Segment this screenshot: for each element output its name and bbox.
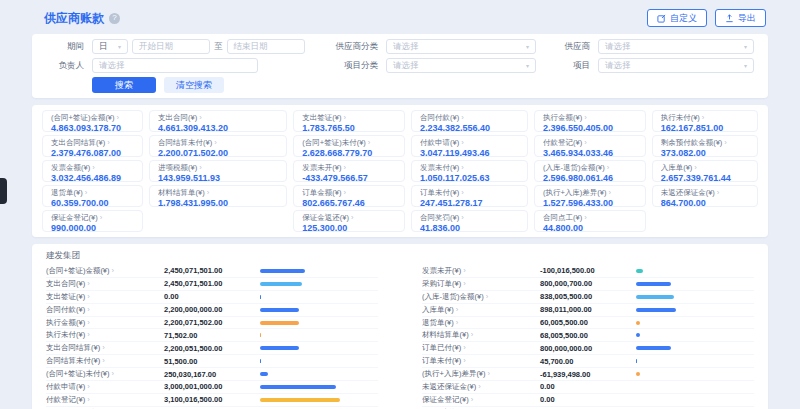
chevron-right-icon: › <box>199 113 202 122</box>
chevron-right-icon: › <box>471 330 474 339</box>
stat-label: 执行未付(¥)› <box>661 113 749 122</box>
stat-card[interactable]: 执行金额(¥)›2,396,550,405.00 <box>534 110 646 132</box>
metric-row[interactable]: 发票未开(¥)›-100,016,500.00 <box>422 265 754 278</box>
chevron-right-icon: › <box>461 213 464 222</box>
supplier-select[interactable]: 请选择 ▾ <box>598 39 754 54</box>
caret-down-icon: ▾ <box>744 62 747 69</box>
owner-input[interactable]: 请选择 <box>92 58 258 73</box>
stats-panel: (合同+签证)金额(¥)›4,863,093,178.70支出合同(¥)›4,6… <box>32 105 768 237</box>
start-date-input[interactable]: 开始日期 <box>132 39 210 54</box>
stat-card[interactable]: (合同+签证)未付(¥)›2,628,668,779.70 <box>293 135 405 157</box>
stat-value: 44,800.00 <box>543 223 637 232</box>
drawer-toggle[interactable] <box>0 178 7 204</box>
metric-row[interactable]: (入库-退货)金额(¥)›838,005,500.00 <box>422 291 754 304</box>
period-label: 期间 <box>46 41 84 53</box>
chevron-right-icon: › <box>461 163 464 172</box>
stat-card[interactable]: 执行未付(¥)›162,167,851.00 <box>652 110 758 132</box>
metric-row[interactable]: 退货单(¥)›60,005,500.00 <box>422 317 754 330</box>
metric-row[interactable]: 未返还保证金(¥)›0.00 <box>422 381 754 394</box>
stat-card[interactable]: (合同+签证)金额(¥)›4,863,093,178.70 <box>42 110 143 132</box>
stat-card[interactable]: 保证金返还(¥)›125,300.00 <box>293 210 405 232</box>
metric-row[interactable]: 付款申请(¥)›3,000,001,000.00 <box>46 381 378 394</box>
metric-row[interactable]: 保证金登记(¥)›0.00 <box>422 394 754 407</box>
stat-card[interactable]: 合同点工(¥)›44,800.00 <box>534 210 646 232</box>
stat-value: 2,379,476,087.00 <box>51 148 134 157</box>
chevron-right-icon: › <box>87 395 90 404</box>
stat-card[interactable]: 保证金登记(¥)›990,000.00 <box>42 210 143 232</box>
stat-value: 162,167,851.00 <box>661 123 749 132</box>
chevron-right-icon: › <box>112 369 115 378</box>
metric-row[interactable]: 支出签证(¥)›0.00 <box>46 291 378 304</box>
stat-card[interactable]: 退货单(¥)›60,359,700.00 <box>42 185 143 207</box>
project-category-select[interactable]: 请选择 ▾ <box>386 58 536 73</box>
stat-card[interactable]: 付款登记(¥)›3,465,934,033.46 <box>534 135 646 157</box>
stat-value: 247,451,278.17 <box>420 198 519 207</box>
stat-label: 发票未付(¥)› <box>420 163 519 172</box>
period-unit-select[interactable]: 日 ▾ <box>92 39 128 54</box>
metric-row[interactable]: 入库单(¥)›898,011,000.00 <box>422 304 754 317</box>
chevron-right-icon: › <box>607 163 610 172</box>
metric-row[interactable]: 材料结算单(¥)›68,005,500.00 <box>422 329 754 342</box>
caret-down-icon: ▾ <box>526 62 529 69</box>
metric-bar <box>260 321 378 325</box>
stat-label: 订单未付(¥)› <box>420 188 519 197</box>
metric-row[interactable]: 订单已付(¥)›800,000,000.00 <box>422 342 754 355</box>
stat-card[interactable]: 支出合同结算(¥)›2,379,476,087.00 <box>42 135 143 157</box>
metric-row[interactable]: 执行金额(¥)›2,200,071,502.00 <box>46 317 378 330</box>
stat-card[interactable]: 发票金额(¥)›3,032,456,486.89 <box>42 160 143 182</box>
metric-row[interactable]: (执行+入库)差异(¥)›-61,939,498.00 <box>422 368 754 381</box>
metric-row[interactable]: 执行未付(¥)›71,502.00 <box>46 329 378 342</box>
end-date-input[interactable]: 结束日期 <box>227 39 305 54</box>
stat-card[interactable]: 支出合同(¥)›4,661,309,413.20 <box>149 110 287 132</box>
stat-card[interactable]: 合同付款(¥)›2,234,382,556.40 <box>411 110 528 132</box>
stat-card[interactable]: 材料结算单(¥)›1,798,431,995.00 <box>149 185 287 207</box>
metric-row[interactable]: (合同+签证)未付(¥)›250,030,167.00 <box>46 368 378 381</box>
stat-value: 1,798,431,995.00 <box>158 198 278 207</box>
stat-label: 保证金登记(¥)› <box>51 213 134 222</box>
search-button[interactable]: 搜索 <box>92 77 156 93</box>
stat-card[interactable]: (执行+入库)差异(¥)›1,527,596,433.00 <box>534 185 646 207</box>
clear-search-button[interactable]: 清空搜索 <box>164 77 224 93</box>
metric-value: 3,000,001,000.00 <box>164 382 260 391</box>
supplier-category-select[interactable]: 请选择 ▾ <box>386 39 536 54</box>
metric-value: 898,011,000.00 <box>540 305 636 314</box>
stat-label: 未返还保证金(¥)› <box>661 188 749 197</box>
metric-row[interactable]: 付款登记(¥)›3,100,016,500.00 <box>46 394 378 407</box>
group-metrics-right: 发票未开(¥)›-100,016,500.00采购订单(¥)›800,000,7… <box>422 265 754 409</box>
stat-card[interactable]: 合同结算未付(¥)›2,200,071,502.00 <box>149 135 287 157</box>
stat-card[interactable]: 发票未开(¥)›-433,479,566.57 <box>293 160 405 182</box>
metric-value: 2,450,071,501.00 <box>164 279 260 288</box>
metric-row[interactable]: 采购订单(¥)›800,000,700.00 <box>422 278 754 291</box>
chevron-right-icon: › <box>199 163 202 172</box>
stat-card[interactable]: 订单金额(¥)›802,665,767.46 <box>293 185 405 207</box>
metric-row[interactable]: 支出合同(¥)›2,450,071,501.00 <box>46 278 378 291</box>
stat-label: 入库单(¥)› <box>661 163 749 172</box>
metric-row[interactable]: 支出合同结算(¥)›2,200,051,500.00 <box>46 342 378 355</box>
stat-card[interactable]: 剩余预付款金额(¥)›373,082.00 <box>652 135 758 157</box>
stat-card[interactable]: 入库单(¥)›2,657,339,761.44 <box>652 160 758 182</box>
metric-bar <box>636 359 754 363</box>
metric-row[interactable]: 订单未付(¥)›45,700.00 <box>422 355 754 368</box>
metric-row[interactable]: (合同+签证)金额(¥)›2,450,071,501.00 <box>46 265 378 278</box>
customize-button[interactable]: 自定义 <box>647 9 707 27</box>
project-select[interactable]: 请选择 ▾ <box>598 58 754 73</box>
stat-card[interactable]: 未返还保证金(¥)›864,700.00 <box>652 185 758 207</box>
chevron-right-icon: › <box>112 266 115 275</box>
metric-row[interactable]: 合同付款(¥)›2,200,000,000.00 <box>46 304 378 317</box>
export-button[interactable]: 导出 <box>715 9 766 27</box>
stat-card[interactable]: 进项税额(¥)›143,959,511.93 <box>149 160 287 182</box>
stat-card[interactable]: 订单未付(¥)›247,451,278.17 <box>411 185 528 207</box>
stat-card[interactable]: 支出签证(¥)›1,783,765.50 <box>293 110 405 132</box>
chevron-right-icon: › <box>456 305 459 314</box>
supplier-category-label: 供应商分类 <box>314 41 378 53</box>
chevron-right-icon: › <box>717 188 720 197</box>
stat-card[interactable]: 合同奖罚(¥)›41,836.00 <box>411 210 528 232</box>
stat-card[interactable]: (入库-退货)金额(¥)›2,596,980,061.46 <box>534 160 646 182</box>
help-icon[interactable]: ? <box>109 13 120 24</box>
stat-value: 1,527,596,433.00 <box>543 198 637 207</box>
stat-card[interactable]: 付款申请(¥)›3,047,119,493.46 <box>411 135 528 157</box>
metric-row[interactable]: 合同结算未付(¥)›51,500.00 <box>46 355 378 368</box>
caret-down-icon: ▾ <box>118 43 121 50</box>
stat-card[interactable]: 发票未付(¥)›1,050,117,025.63 <box>411 160 528 182</box>
stat-label: (合同+签证)金额(¥)› <box>51 113 134 122</box>
